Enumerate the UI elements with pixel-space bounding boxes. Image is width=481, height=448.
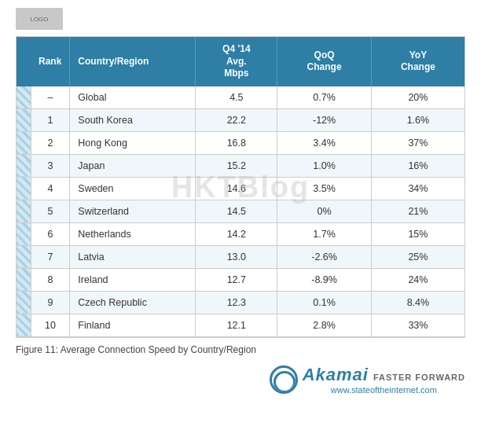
cell-yoy: 8.4% xyxy=(371,291,464,314)
col-header-avg-mbps: Q4 '14Avg.Mbps xyxy=(196,37,277,86)
cell-rank: 4 xyxy=(31,177,70,200)
stripe-header-col xyxy=(17,37,31,86)
figure-caption: Figure 11: Average Connection Speed by C… xyxy=(16,344,465,355)
table-container: HKTBlog Rank Country/Region Q4 '14Avg.Mb… xyxy=(16,36,465,338)
cell-avg-mbps: 22.2 xyxy=(196,108,277,131)
logo-area: LOGO xyxy=(16,8,465,30)
col-header-qoq: QoQChange xyxy=(277,37,372,86)
table-header-row: Rank Country/Region Q4 '14Avg.Mbps QoQCh… xyxy=(17,37,464,86)
cell-avg-mbps: 15.2 xyxy=(196,154,277,177)
table-row: 6Netherlands14.21.7%15% xyxy=(17,222,464,245)
cell-avg-mbps: 14.5 xyxy=(196,200,277,222)
table-wrapper: Rank Country/Region Q4 '14Avg.Mbps QoQCh… xyxy=(16,36,465,338)
cell-rank: – xyxy=(31,86,70,109)
stripe-cell xyxy=(17,291,31,314)
cell-qoq: 3.4% xyxy=(277,131,372,154)
cell-rank: 1 xyxy=(31,108,70,131)
stripe-cell xyxy=(17,154,31,177)
table-row: 9Czech Republic12.30.1%8.4% xyxy=(17,291,464,314)
stripe-cell xyxy=(17,314,31,336)
cell-yoy: 16% xyxy=(371,154,464,177)
cell-qoq: -2.6% xyxy=(277,245,372,268)
table-row: 2Hong Kong16.83.4%37% xyxy=(17,131,464,154)
cell-avg-mbps: 12.3 xyxy=(196,291,277,314)
cell-yoy: 20% xyxy=(371,86,464,109)
cell-country: Netherlands xyxy=(70,222,196,245)
cell-qoq: 3.5% xyxy=(277,177,372,200)
cell-yoy: 34% xyxy=(371,177,464,200)
cell-country: Ireland xyxy=(70,268,196,291)
cell-country: Czech Republic xyxy=(70,291,196,314)
cell-yoy: 1.6% xyxy=(371,108,464,131)
cell-country: South Korea xyxy=(70,108,196,131)
cell-avg-mbps: 14.2 xyxy=(196,222,277,245)
cell-qoq: 0% xyxy=(277,200,372,222)
cell-avg-mbps: 12.1 xyxy=(196,314,277,336)
col-header-rank: Rank xyxy=(31,37,70,86)
cell-qoq: 1.0% xyxy=(277,154,372,177)
cell-country: Finland xyxy=(70,314,196,336)
stripe-cell xyxy=(17,108,31,131)
cell-rank: 10 xyxy=(31,314,70,336)
cell-rank: 8 xyxy=(31,268,70,291)
akamai-brand: Akamai FASTER FORWARD www.stateoftheinte… xyxy=(270,365,465,395)
akamai-brand-name: Akamai xyxy=(303,365,369,385)
akamai-tagline: FASTER FORWARD xyxy=(373,373,465,382)
stripe-cell xyxy=(17,222,31,245)
cell-rank: 7 xyxy=(31,245,70,268)
akamai-logo: Akamai FASTER FORWARD www.stateoftheinte… xyxy=(270,365,465,395)
cell-avg-mbps: 13.0 xyxy=(196,245,277,268)
cell-qoq: 1.7% xyxy=(277,222,372,245)
stripe-cell xyxy=(17,268,31,291)
cell-rank: 5 xyxy=(31,200,70,222)
stripe-cell xyxy=(17,200,31,222)
table-row: 4Sweden14.63.5%34% xyxy=(17,177,464,200)
table-row: 1South Korea22.2-12%1.6% xyxy=(17,108,464,131)
bottom-logo-area: Akamai FASTER FORWARD www.stateoftheinte… xyxy=(16,365,465,395)
cell-yoy: 21% xyxy=(371,200,464,222)
cell-avg-mbps: 16.8 xyxy=(196,131,277,154)
cell-qoq: 0.7% xyxy=(277,86,372,109)
table-row: 10Finland12.12.8%33% xyxy=(17,314,464,336)
stripe-cell xyxy=(17,86,31,109)
cell-yoy: 15% xyxy=(371,222,464,245)
cell-avg-mbps: 4.5 xyxy=(196,86,277,109)
col-header-yoy: YoYChange xyxy=(371,37,464,86)
cell-country: Hong Kong xyxy=(70,131,196,154)
cell-country: Japan xyxy=(70,154,196,177)
cell-yoy: 37% xyxy=(371,131,464,154)
cell-yoy: 33% xyxy=(371,314,464,336)
akamai-url: www.stateoftheinternet.com xyxy=(303,385,465,395)
table-row: 7Latvia13.0-2.6%25% xyxy=(17,245,464,268)
col-header-country: Country/Region xyxy=(70,37,196,86)
cell-country: Switzerland xyxy=(70,200,196,222)
cell-rank: 2 xyxy=(31,131,70,154)
table-row: 3Japan15.21.0%16% xyxy=(17,154,464,177)
cell-qoq: -8.9% xyxy=(277,268,372,291)
data-table: Rank Country/Region Q4 '14Avg.Mbps QoQCh… xyxy=(17,37,464,337)
cell-country: Latvia xyxy=(70,245,196,268)
cell-rank: 9 xyxy=(31,291,70,314)
cell-qoq: 2.8% xyxy=(277,314,372,336)
table-row: 8Ireland12.7-8.9%24% xyxy=(17,268,464,291)
cell-avg-mbps: 14.6 xyxy=(196,177,277,200)
cell-rank: 6 xyxy=(31,222,70,245)
cell-yoy: 24% xyxy=(371,268,464,291)
cell-qoq: -12% xyxy=(277,108,372,131)
stripe-cell xyxy=(17,131,31,154)
table-row: 5Switzerland14.50%21% xyxy=(17,200,464,222)
cell-yoy: 25% xyxy=(371,245,464,268)
stripe-cell xyxy=(17,177,31,200)
cell-country: Sweden xyxy=(70,177,196,200)
stripe-cell xyxy=(17,245,31,268)
akamai-icon xyxy=(270,365,298,394)
cell-qoq: 0.1% xyxy=(277,291,372,314)
cell-country: Global xyxy=(70,86,196,109)
cell-avg-mbps: 12.7 xyxy=(196,268,277,291)
table-row: –Global4.50.7%20% xyxy=(17,86,464,109)
cell-rank: 3 xyxy=(31,154,70,177)
site-logo: LOGO xyxy=(16,8,63,30)
